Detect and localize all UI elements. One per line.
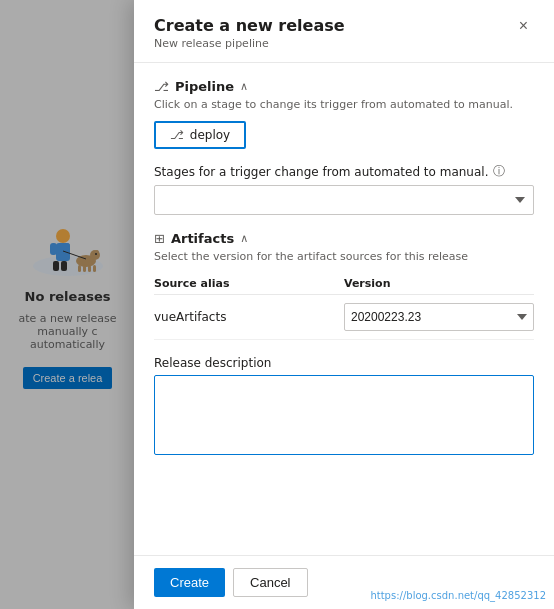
trigger-label-row: Stages for a trigger change from automat… [154, 163, 534, 180]
description-label: Release description [154, 356, 534, 370]
col-version-header: Version [344, 277, 534, 290]
stage-deploy-icon: ⎇ [170, 128, 184, 142]
pipeline-stages: ⎇ deploy [154, 121, 534, 149]
pipeline-section-desc: Click on a stage to change its trigger f… [154, 98, 534, 111]
artifacts-table-header: Source alias Version [154, 273, 534, 295]
artifacts-chevron-icon[interactable]: ∧ [240, 232, 248, 245]
modal-title: Create a new release [154, 16, 345, 35]
modal-title-block: Create a new release New release pipelin… [154, 16, 345, 50]
col-source-alias-header: Source alias [154, 277, 344, 290]
pipeline-section-header: ⎇ Pipeline ∧ [154, 79, 534, 94]
pipeline-icon: ⎇ [154, 79, 169, 94]
trigger-label-text: Stages for a trigger change from automat… [154, 165, 488, 179]
pipeline-section-title: Pipeline [175, 79, 234, 94]
modal-header: Create a new release New release pipelin… [134, 0, 554, 63]
watermark: https://blog.csdn.net/qq_42852312 [370, 590, 546, 601]
close-button[interactable]: × [513, 16, 534, 36]
stage-deploy-label: deploy [190, 128, 230, 142]
artifacts-table: Source alias Version vueArtifacts 202002… [154, 273, 534, 340]
artifacts-section: ⊞ Artifacts ∧ Select the version for the… [154, 231, 534, 340]
pipeline-chevron-icon[interactable]: ∧ [240, 80, 248, 93]
trigger-info-icon[interactable]: ⓘ [493, 163, 505, 180]
stage-deploy-box[interactable]: ⎇ deploy [154, 121, 246, 149]
artifacts-section-header: ⊞ Artifacts ∧ [154, 231, 534, 246]
modal-panel: Create a new release New release pipelin… [134, 0, 554, 609]
artifacts-icon: ⊞ [154, 231, 165, 246]
modal-body: ⎇ Pipeline ∧ Click on a stage to change … [134, 63, 554, 555]
artifact-row-0: vueArtifacts 20200223.23 [154, 295, 534, 340]
cancel-button[interactable]: Cancel [233, 568, 307, 597]
pipeline-section: ⎇ Pipeline ∧ Click on a stage to change … [154, 79, 534, 215]
artifact-alias-0: vueArtifacts [154, 310, 344, 324]
artifact-version-dropdown-0[interactable]: 20200223.23 [344, 303, 534, 331]
artifact-version-cell-0: 20200223.23 [344, 303, 534, 331]
create-button[interactable]: Create [154, 568, 225, 597]
artifacts-section-desc: Select the version for the artifact sour… [154, 250, 534, 263]
description-textarea[interactable] [154, 375, 534, 455]
modal-overlay: Create a new release New release pipelin… [0, 0, 554, 609]
modal-subtitle: New release pipeline [154, 37, 345, 50]
trigger-dropdown[interactable] [154, 185, 534, 215]
description-section: Release description [154, 356, 534, 458]
artifacts-section-title: Artifacts [171, 231, 234, 246]
